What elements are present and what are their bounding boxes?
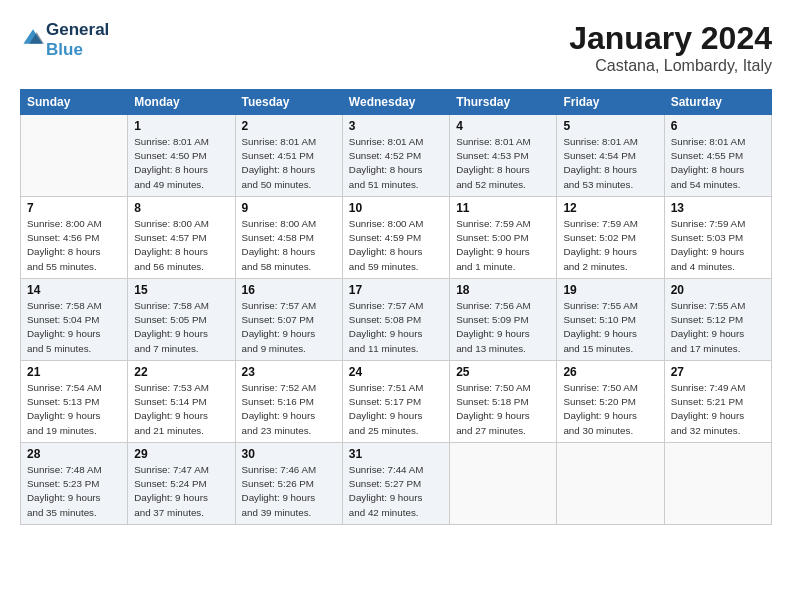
day-number: 21 [27, 365, 121, 379]
day-info: Sunrise: 7:48 AMSunset: 5:23 PMDaylight:… [27, 463, 121, 520]
calendar-cell: 8Sunrise: 8:00 AMSunset: 4:57 PMDaylight… [128, 197, 235, 279]
day-header-sunday: Sunday [21, 90, 128, 115]
day-number: 18 [456, 283, 550, 297]
calendar-cell: 18Sunrise: 7:56 AMSunset: 5:09 PMDayligh… [450, 279, 557, 361]
day-number: 30 [242, 447, 336, 461]
logo-icon [22, 27, 44, 49]
day-info: Sunrise: 8:01 AMSunset: 4:51 PMDaylight:… [242, 135, 336, 192]
day-number: 17 [349, 283, 443, 297]
calendar-week-row: 28Sunrise: 7:48 AMSunset: 5:23 PMDayligh… [21, 443, 772, 525]
calendar-cell: 29Sunrise: 7:47 AMSunset: 5:24 PMDayligh… [128, 443, 235, 525]
day-number: 5 [563, 119, 657, 133]
day-info: Sunrise: 8:00 AMSunset: 4:59 PMDaylight:… [349, 217, 443, 274]
calendar-cell: 2Sunrise: 8:01 AMSunset: 4:51 PMDaylight… [235, 115, 342, 197]
calendar-cell: 17Sunrise: 7:57 AMSunset: 5:08 PMDayligh… [342, 279, 449, 361]
day-info: Sunrise: 7:50 AMSunset: 5:20 PMDaylight:… [563, 381, 657, 438]
logo-text-general: General [46, 20, 109, 40]
day-number: 19 [563, 283, 657, 297]
day-number: 6 [671, 119, 765, 133]
day-header-row: SundayMondayTuesdayWednesdayThursdayFrid… [21, 90, 772, 115]
day-header-tuesday: Tuesday [235, 90, 342, 115]
day-info: Sunrise: 7:49 AMSunset: 5:21 PMDaylight:… [671, 381, 765, 438]
calendar-cell: 10Sunrise: 8:00 AMSunset: 4:59 PMDayligh… [342, 197, 449, 279]
day-number: 1 [134, 119, 228, 133]
day-info: Sunrise: 7:47 AMSunset: 5:24 PMDaylight:… [134, 463, 228, 520]
day-info: Sunrise: 7:59 AMSunset: 5:00 PMDaylight:… [456, 217, 550, 274]
day-header-friday: Friday [557, 90, 664, 115]
header: General Blue January 2024 Castana, Lomba… [20, 20, 772, 75]
day-info: Sunrise: 7:52 AMSunset: 5:16 PMDaylight:… [242, 381, 336, 438]
day-number: 2 [242, 119, 336, 133]
calendar-cell: 14Sunrise: 7:58 AMSunset: 5:04 PMDayligh… [21, 279, 128, 361]
calendar-cell: 27Sunrise: 7:49 AMSunset: 5:21 PMDayligh… [664, 361, 771, 443]
calendar-cell: 22Sunrise: 7:53 AMSunset: 5:14 PMDayligh… [128, 361, 235, 443]
day-info: Sunrise: 8:01 AMSunset: 4:50 PMDaylight:… [134, 135, 228, 192]
calendar-cell [664, 443, 771, 525]
page: General Blue January 2024 Castana, Lomba… [0, 0, 792, 612]
day-info: Sunrise: 8:00 AMSunset: 4:57 PMDaylight:… [134, 217, 228, 274]
calendar-cell: 16Sunrise: 7:57 AMSunset: 5:07 PMDayligh… [235, 279, 342, 361]
day-info: Sunrise: 8:01 AMSunset: 4:52 PMDaylight:… [349, 135, 443, 192]
day-info: Sunrise: 7:51 AMSunset: 5:17 PMDaylight:… [349, 381, 443, 438]
day-number: 20 [671, 283, 765, 297]
calendar-cell [557, 443, 664, 525]
calendar-cell: 30Sunrise: 7:46 AMSunset: 5:26 PMDayligh… [235, 443, 342, 525]
calendar-cell: 23Sunrise: 7:52 AMSunset: 5:16 PMDayligh… [235, 361, 342, 443]
calendar-cell: 4Sunrise: 8:01 AMSunset: 4:53 PMDaylight… [450, 115, 557, 197]
calendar-cell: 15Sunrise: 7:58 AMSunset: 5:05 PMDayligh… [128, 279, 235, 361]
day-number: 25 [456, 365, 550, 379]
calendar-cell: 3Sunrise: 8:01 AMSunset: 4:52 PMDaylight… [342, 115, 449, 197]
day-info: Sunrise: 7:55 AMSunset: 5:12 PMDaylight:… [671, 299, 765, 356]
day-number: 4 [456, 119, 550, 133]
calendar-cell: 11Sunrise: 7:59 AMSunset: 5:00 PMDayligh… [450, 197, 557, 279]
day-header-wednesday: Wednesday [342, 90, 449, 115]
day-header-thursday: Thursday [450, 90, 557, 115]
day-number: 7 [27, 201, 121, 215]
day-info: Sunrise: 7:53 AMSunset: 5:14 PMDaylight:… [134, 381, 228, 438]
day-info: Sunrise: 8:01 AMSunset: 4:53 PMDaylight:… [456, 135, 550, 192]
day-number: 24 [349, 365, 443, 379]
calendar-cell: 24Sunrise: 7:51 AMSunset: 5:17 PMDayligh… [342, 361, 449, 443]
calendar-cell: 6Sunrise: 8:01 AMSunset: 4:55 PMDaylight… [664, 115, 771, 197]
calendar-header: SundayMondayTuesdayWednesdayThursdayFrid… [21, 90, 772, 115]
day-info: Sunrise: 7:50 AMSunset: 5:18 PMDaylight:… [456, 381, 550, 438]
calendar-week-row: 7Sunrise: 8:00 AMSunset: 4:56 PMDaylight… [21, 197, 772, 279]
calendar-cell: 28Sunrise: 7:48 AMSunset: 5:23 PMDayligh… [21, 443, 128, 525]
day-number: 11 [456, 201, 550, 215]
calendar-cell: 5Sunrise: 8:01 AMSunset: 4:54 PMDaylight… [557, 115, 664, 197]
day-info: Sunrise: 7:46 AMSunset: 5:26 PMDaylight:… [242, 463, 336, 520]
day-number: 28 [27, 447, 121, 461]
day-number: 27 [671, 365, 765, 379]
day-number: 16 [242, 283, 336, 297]
day-header-monday: Monday [128, 90, 235, 115]
logo-text-blue: Blue [46, 40, 109, 60]
title-block: January 2024 Castana, Lombardy, Italy [569, 20, 772, 75]
calendar-body: 1Sunrise: 8:01 AMSunset: 4:50 PMDaylight… [21, 115, 772, 525]
day-number: 8 [134, 201, 228, 215]
day-info: Sunrise: 8:01 AMSunset: 4:54 PMDaylight:… [563, 135, 657, 192]
day-number: 14 [27, 283, 121, 297]
calendar-cell: 31Sunrise: 7:44 AMSunset: 5:27 PMDayligh… [342, 443, 449, 525]
day-info: Sunrise: 7:55 AMSunset: 5:10 PMDaylight:… [563, 299, 657, 356]
day-number: 15 [134, 283, 228, 297]
day-number: 26 [563, 365, 657, 379]
calendar-cell: 1Sunrise: 8:01 AMSunset: 4:50 PMDaylight… [128, 115, 235, 197]
day-info: Sunrise: 7:44 AMSunset: 5:27 PMDaylight:… [349, 463, 443, 520]
day-info: Sunrise: 8:00 AMSunset: 4:56 PMDaylight:… [27, 217, 121, 274]
day-number: 12 [563, 201, 657, 215]
calendar-cell [450, 443, 557, 525]
calendar-week-row: 1Sunrise: 8:01 AMSunset: 4:50 PMDaylight… [21, 115, 772, 197]
calendar-cell: 9Sunrise: 8:00 AMSunset: 4:58 PMDaylight… [235, 197, 342, 279]
day-info: Sunrise: 7:59 AMSunset: 5:02 PMDaylight:… [563, 217, 657, 274]
day-number: 9 [242, 201, 336, 215]
day-info: Sunrise: 7:56 AMSunset: 5:09 PMDaylight:… [456, 299, 550, 356]
day-number: 10 [349, 201, 443, 215]
calendar-week-row: 14Sunrise: 7:58 AMSunset: 5:04 PMDayligh… [21, 279, 772, 361]
calendar-table: SundayMondayTuesdayWednesdayThursdayFrid… [20, 89, 772, 525]
day-info: Sunrise: 7:58 AMSunset: 5:05 PMDaylight:… [134, 299, 228, 356]
day-info: Sunrise: 7:57 AMSunset: 5:08 PMDaylight:… [349, 299, 443, 356]
day-info: Sunrise: 7:57 AMSunset: 5:07 PMDaylight:… [242, 299, 336, 356]
day-info: Sunrise: 8:01 AMSunset: 4:55 PMDaylight:… [671, 135, 765, 192]
day-header-saturday: Saturday [664, 90, 771, 115]
calendar-cell: 13Sunrise: 7:59 AMSunset: 5:03 PMDayligh… [664, 197, 771, 279]
